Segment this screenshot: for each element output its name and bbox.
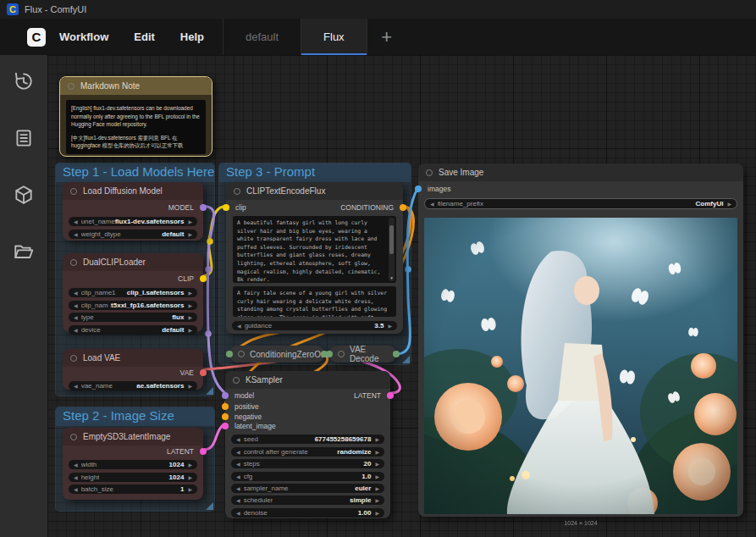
textarea-scrollbar[interactable]: ▼ bbox=[389, 218, 395, 281]
input-slot-latent-image[interactable] bbox=[222, 423, 229, 429]
widget-increment-arrow-icon[interactable]: ▶ bbox=[188, 231, 192, 237]
menu-help[interactable]: Help bbox=[180, 30, 204, 43]
widget-increment-arrow-icon[interactable]: ▶ bbox=[188, 462, 192, 468]
node-empty-sd3-latent-image[interactable]: EmptySD3LatentImage LATENT ◀width1024▶◀h… bbox=[63, 428, 203, 500]
widget-batch_size[interactable]: ◀batch_size1▶ bbox=[69, 484, 197, 494]
widget-decrement-arrow-icon[interactable]: ◀ bbox=[236, 497, 240, 503]
widget-type[interactable]: ◀typeflux▶ bbox=[69, 313, 197, 322]
tab-default[interactable]: default bbox=[223, 19, 301, 55]
markdown-note-content[interactable]: [English] flux1-dev.safetensors can be d… bbox=[66, 100, 206, 154]
widget-increment-arrow-icon[interactable]: ▶ bbox=[188, 302, 192, 308]
widget-steps[interactable]: ◀steps20▶ bbox=[231, 459, 384, 468]
widget-decrement-arrow-icon[interactable]: ◀ bbox=[74, 474, 78, 480]
widget-guidance[interactable]: ◀guidance3.5▶ bbox=[232, 321, 397, 330]
node-markdown-note[interactable]: Markdown Note [English] flux1-dev.safete… bbox=[59, 76, 212, 157]
collapse-toggle-icon[interactable] bbox=[68, 83, 74, 90]
widget-increment-arrow-icon[interactable]: ▶ bbox=[375, 510, 379, 516]
output-slot-clip[interactable] bbox=[200, 275, 207, 282]
output-slot-vae[interactable] bbox=[200, 369, 207, 376]
collapsed-input-slot[interactable] bbox=[326, 351, 333, 357]
widget-decrement-arrow-icon[interactable]: ◀ bbox=[430, 201, 434, 207]
widget-decrement-arrow-icon[interactable]: ◀ bbox=[74, 383, 78, 389]
widget-increment-arrow-icon[interactable]: ▶ bbox=[375, 485, 379, 491]
output-slot-model[interactable] bbox=[200, 204, 207, 211]
output-slot-latent[interactable] bbox=[387, 392, 394, 399]
input-slot-clip[interactable] bbox=[223, 204, 229, 211]
widget-unet_name[interactable]: ◀unet_nameflux1-dev.safetensors▶ bbox=[69, 217, 197, 226]
widget-sampler_name[interactable]: ◀sampler_nameeuler▶ bbox=[231, 484, 384, 493]
widget-height[interactable]: ◀height1024▶ bbox=[69, 473, 197, 482]
widget-cfg[interactable]: ◀cfg1.0▶ bbox=[231, 472, 384, 481]
node-save-image[interactable]: Save Image images ◀filename_prefixComfyU… bbox=[418, 163, 743, 517]
input-slot-negative[interactable] bbox=[222, 413, 229, 420]
widget-clip_name1[interactable]: ◀clip_name1clip_l.safetensors▶ bbox=[69, 288, 197, 297]
node-library-icon[interactable] bbox=[11, 125, 36, 151]
widget-increment-arrow-icon[interactable]: ▶ bbox=[375, 497, 379, 503]
widget-increment-arrow-icon[interactable]: ▶ bbox=[188, 474, 192, 480]
input-slot-images[interactable] bbox=[415, 185, 422, 192]
widget-increment-arrow-icon[interactable]: ▶ bbox=[727, 201, 731, 207]
node-dual-clip-loader[interactable]: DualCLIPLoader CLIP ◀clip_name1clip_l.sa… bbox=[63, 253, 203, 332]
widget-decrement-arrow-icon[interactable]: ◀ bbox=[237, 323, 241, 329]
collapse-toggle-icon[interactable] bbox=[70, 259, 77, 266]
widget-decrement-arrow-icon[interactable]: ◀ bbox=[74, 314, 78, 320]
history-icon[interactable] bbox=[11, 69, 36, 94]
workflows-folder-icon[interactable] bbox=[11, 239, 36, 264]
widget-device[interactable]: ◀devicedefault▶ bbox=[69, 325, 197, 335]
output-slot-conditioning[interactable] bbox=[400, 204, 406, 211]
comfyui-app-logo-icon[interactable]: C bbox=[27, 28, 46, 47]
widget-decrement-arrow-icon[interactable]: ◀ bbox=[236, 461, 240, 467]
collapsed-input-slot[interactable] bbox=[226, 351, 233, 357]
widget-decrement-arrow-icon[interactable]: ◀ bbox=[74, 302, 78, 308]
model-library-icon[interactable] bbox=[11, 182, 36, 208]
generated-image-preview[interactable] bbox=[424, 218, 737, 518]
widget-width[interactable]: ◀width1024▶ bbox=[69, 460, 197, 469]
widget-increment-arrow-icon[interactable]: ▶ bbox=[375, 449, 379, 455]
group-resize-handle[interactable] bbox=[206, 387, 213, 395]
node-ksampler[interactable]: KSampler model LATENT positive negative … bbox=[225, 371, 390, 518]
collapse-toggle-icon[interactable] bbox=[234, 188, 240, 195]
node-conditioning-zero-out[interactable]: ConditioningZeroOut bbox=[229, 346, 324, 363]
widget-increment-arrow-icon[interactable]: ▶ bbox=[188, 314, 192, 320]
widget-decrement-arrow-icon[interactable]: ◀ bbox=[236, 510, 240, 516]
group-step2-title[interactable]: Step 2 - Image Size bbox=[56, 407, 214, 426]
widget-increment-arrow-icon[interactable]: ▶ bbox=[375, 461, 379, 467]
widget-control-after-generate[interactable]: ◀control after generaterandomize▶ bbox=[231, 447, 384, 457]
node-load-vae[interactable]: Load VAE VAE ◀vae_nameae.safetensors▶ bbox=[63, 349, 203, 390]
widget-vae_name[interactable]: ◀vae_nameae.safetensors▶ bbox=[69, 381, 197, 390]
widget-increment-arrow-icon[interactable]: ▶ bbox=[188, 486, 192, 492]
prompt-textarea-t5xxl[interactable]: A fairy tale scene of a young girl with … bbox=[233, 286, 396, 317]
widget-increment-arrow-icon[interactable]: ▶ bbox=[188, 327, 192, 333]
widget-increment-arrow-icon[interactable]: ▶ bbox=[188, 383, 192, 389]
input-slot-positive[interactable] bbox=[222, 403, 229, 410]
widget-increment-arrow-icon[interactable]: ▶ bbox=[188, 219, 192, 224]
group-step3-title[interactable]: Step 3 - Prompt bbox=[219, 163, 411, 182]
tab-flux[interactable]: Flux bbox=[301, 19, 367, 55]
widget-decrement-arrow-icon[interactable]: ◀ bbox=[236, 449, 240, 455]
collapse-toggle-icon[interactable] bbox=[70, 188, 77, 195]
widget-denoise[interactable]: ◀denoise1.00▶ bbox=[231, 508, 384, 518]
output-slot-latent[interactable] bbox=[200, 448, 207, 455]
widget-decrement-arrow-icon[interactable]: ◀ bbox=[74, 231, 78, 237]
scroll-down-icon[interactable]: ▼ bbox=[389, 275, 395, 282]
widget-decrement-arrow-icon[interactable]: ◀ bbox=[74, 327, 78, 333]
widget-clip_nam-[interactable]: ◀clip_nam ...t5xxl_fp16.safetensors▶ bbox=[69, 301, 197, 310]
widget-increment-arrow-icon[interactable]: ▶ bbox=[188, 290, 192, 296]
collapse-toggle-icon[interactable] bbox=[238, 351, 245, 357]
widget-filename_prefix[interactable]: ◀filename_prefixComfyUI▶ bbox=[424, 198, 737, 209]
collapse-toggle-icon[interactable] bbox=[426, 169, 433, 176]
widget-decrement-arrow-icon[interactable]: ◀ bbox=[74, 462, 78, 468]
widget-scheduler[interactable]: ◀schedulersimple▶ bbox=[231, 495, 384, 505]
node-vae-decode[interactable]: VAE Decode bbox=[329, 346, 396, 363]
group-step1-title[interactable]: Step 1 - Load Models Here bbox=[56, 163, 214, 182]
collapse-toggle-icon[interactable] bbox=[70, 355, 77, 362]
menu-edit[interactable]: Edit bbox=[134, 30, 155, 43]
widget-decrement-arrow-icon[interactable]: ◀ bbox=[236, 485, 240, 491]
widget-increment-arrow-icon[interactable]: ▶ bbox=[388, 323, 392, 329]
prompt-textarea-clip-l[interactable]: A beautiful fantasy girl with long curly… bbox=[233, 216, 396, 283]
input-slot-model[interactable] bbox=[222, 392, 229, 399]
widget-increment-arrow-icon[interactable]: ▶ bbox=[375, 436, 379, 442]
widget-weight_dtype[interactable]: ◀weight_dtypedefault▶ bbox=[69, 230, 197, 239]
widget-decrement-arrow-icon[interactable]: ◀ bbox=[236, 436, 240, 442]
node-load-diffusion-model[interactable]: Load Diffusion Model MODEL ◀unet_nameflu… bbox=[63, 182, 203, 241]
